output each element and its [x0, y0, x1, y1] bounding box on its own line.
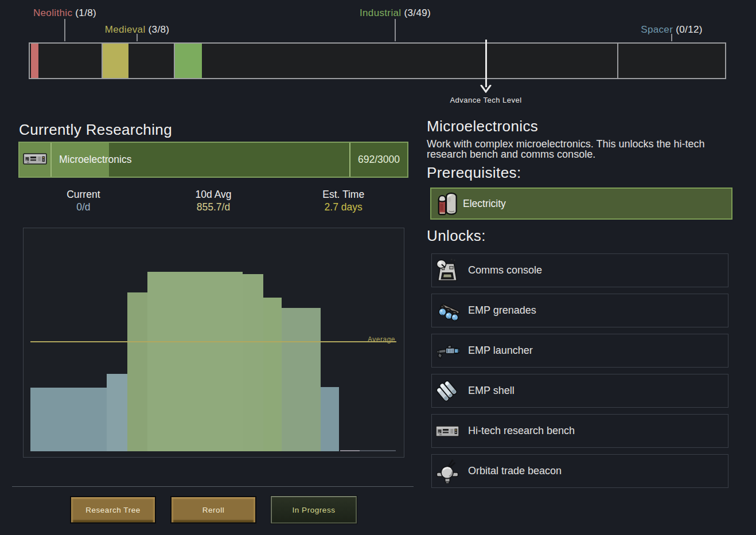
current-project-name: Microelectronics — [59, 143, 131, 177]
electricity-icon — [436, 190, 458, 217]
comms-console-icon — [435, 258, 460, 283]
currently-researching-heading: Currently Researching — [19, 122, 172, 137]
unlock-hi-tech-research-bench[interactable]: Hi-tech research bench — [431, 414, 728, 448]
unlock-label: EMP grenades — [468, 304, 536, 317]
hitech-bench-icon — [23, 153, 47, 167]
era-label-industrial: Industrial (3/49) — [360, 7, 431, 19]
emp-grenades-icon — [435, 298, 460, 323]
stat-label: Current — [18, 189, 149, 201]
prerequisite-label: Electricity — [463, 198, 506, 210]
chart-zero-line — [340, 450, 360, 451]
orbital-beacon-icon — [435, 459, 460, 484]
research-tree-button[interactable]: Research Tree — [70, 496, 156, 524]
reroll-button[interactable]: Reroll — [170, 496, 256, 524]
tech-level-bar — [29, 42, 726, 79]
current-research-progress-bar[interactable]: Microelectronics 692/3000 — [18, 142, 408, 178]
unlock-label: Hi-tech research bench — [468, 425, 575, 437]
emp-launcher-icon — [435, 338, 460, 364]
chart-average-line — [30, 341, 396, 342]
unlock-label: Orbital trade beacon — [468, 465, 562, 477]
era-progress-industrial — [175, 44, 202, 78]
chart-bar — [30, 388, 107, 451]
research-history-chart: Average — [23, 228, 404, 458]
era-name: Medieval — [105, 24, 146, 35]
unlock-label: EMP launcher — [468, 345, 533, 357]
stat-value: 2.7 days — [278, 201, 408, 214]
era-divider — [617, 44, 618, 78]
era-count: (3/49) — [401, 7, 431, 18]
era-tick-spacer — [671, 34, 672, 41]
chart-average-label: Average — [368, 335, 395, 343]
current-research-icon-cell — [20, 143, 50, 177]
era-tick-industrial — [395, 19, 396, 41]
stat-10d-avg: 10d Avg855.7/d — [149, 189, 279, 215]
prerequisite-electricity[interactable]: Electricity — [430, 188, 732, 220]
era-name: Industrial — [360, 7, 401, 18]
unlock-comms-console[interactable]: Comms console — [431, 253, 728, 287]
era-name: Neolithic — [33, 7, 72, 18]
chart-bar — [282, 308, 321, 451]
stat-est-time: Est. Time2.7 days — [278, 189, 408, 215]
unlock-label: EMP shell — [468, 385, 515, 397]
unlock-emp-shell[interactable]: EMP shell — [431, 374, 728, 408]
era-name: Spacer — [641, 24, 673, 35]
emp-shell-icon — [435, 378, 460, 404]
unlock-emp-grenades[interactable]: EMP grenades — [431, 294, 728, 327]
stat-label: Est. Time — [278, 189, 408, 201]
project-description: Work with complex microelectronics. This… — [427, 139, 714, 159]
stat-value: 855.7/d — [149, 201, 279, 214]
era-tick-medieval — [137, 34, 138, 41]
footer-separator — [12, 486, 414, 487]
era-count: (3/8) — [146, 24, 170, 35]
project-title: Microelectronics — [427, 119, 538, 134]
prerequisites-heading: Prerequisites: — [427, 165, 521, 180]
chart-zero-line — [360, 450, 396, 451]
stat-current: Current0/d — [18, 189, 149, 215]
research-stats-row: Current0/d10d Avg855.7/dEst. Time2.7 day… — [18, 189, 408, 215]
progress-track: Microelectronics — [52, 143, 349, 177]
era-count: (1/8) — [72, 7, 96, 18]
era-tick-neolithic — [64, 19, 65, 41]
in-progress-button[interactable]: In Progress — [271, 496, 357, 524]
unlocks-heading: Unlocks: — [427, 228, 486, 243]
unlock-orbital-trade-beacon[interactable]: Orbital trade beacon — [431, 454, 728, 488]
chart-bar — [321, 387, 339, 451]
stat-value: 0/d — [18, 201, 149, 214]
chart-bar — [107, 374, 127, 451]
advance-tech-arrowhead — [480, 85, 492, 93]
era-label-neolithic: Neolithic (1/8) — [33, 7, 96, 19]
hitech-bench-icon — [435, 419, 460, 444]
stat-label: 10d Avg — [149, 189, 279, 201]
chart-bar — [263, 298, 282, 451]
chart-bar — [243, 274, 263, 451]
unlock-label: Comms console — [468, 264, 542, 276]
advance-tech-label: Advance Tech Level — [450, 96, 521, 104]
advance-tech-arrow — [485, 40, 487, 87]
era-progress-neolithic — [31, 44, 38, 78]
chart-bar — [127, 292, 147, 451]
chart-bar — [147, 272, 243, 451]
progress-count: 692/3000 — [350, 143, 407, 177]
era-progress-medieval — [103, 44, 128, 78]
era-count: (0/12) — [673, 24, 703, 35]
unlock-emp-launcher[interactable]: EMP launcher — [431, 334, 728, 368]
